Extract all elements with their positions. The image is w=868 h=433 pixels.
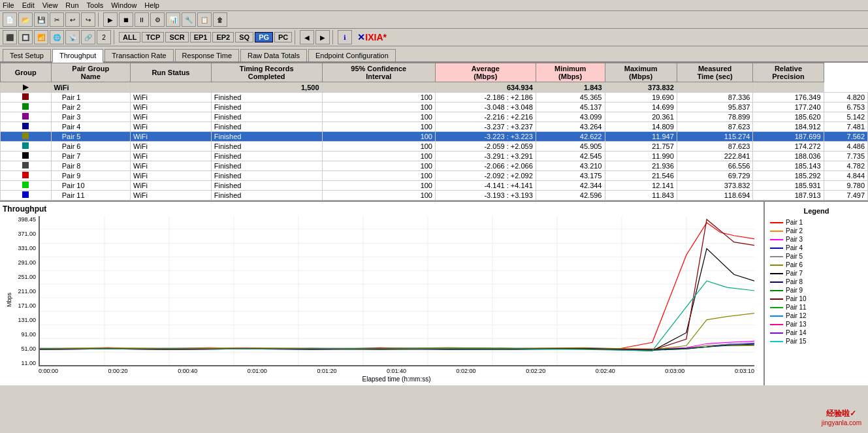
- tb2-4[interactable]: 🌐: [50, 30, 64, 44]
- row-precision: 6.753: [824, 103, 868, 112]
- y-label-9: 51.00: [6, 345, 36, 352]
- redo-btn[interactable]: ↪: [81, 12, 95, 27]
- save-btn[interactable]: 💾: [34, 12, 48, 27]
- legend-color-swatch: [770, 281, 783, 283]
- y-label-10: 11.00: [6, 360, 36, 366]
- menu-view[interactable]: View: [42, 1, 58, 9]
- row-group: WiFi: [131, 181, 212, 191]
- tb9[interactable]: 📋: [197, 12, 212, 27]
- tb8[interactable]: 🔧: [182, 12, 196, 27]
- table-row[interactable]: Pair 2WiFiFinished100-3.048 : +3.04845.1…: [1, 103, 868, 112]
- x-label-0: 0:00:00: [39, 368, 58, 374]
- legend-color-swatch: [770, 315, 783, 317]
- legend-item: Pair 4: [770, 244, 863, 251]
- proto-ep1[interactable]: EP1: [190, 32, 212, 42]
- legend-item: Pair 10: [770, 295, 863, 302]
- tab-response-time[interactable]: Response Time: [175, 49, 239, 61]
- proto-pc[interactable]: PC: [274, 32, 292, 42]
- row-status: Finished: [211, 93, 322, 103]
- proto-tcp[interactable]: TCP: [142, 32, 164, 42]
- tb6[interactable]: ⚙: [150, 12, 165, 27]
- tb4[interactable]: ⏹: [119, 12, 133, 27]
- new-btn[interactable]: 📄: [3, 12, 17, 27]
- tb2-8[interactable]: ◀: [300, 30, 314, 44]
- legend-color-swatch: [770, 298, 783, 300]
- menu-run[interactable]: Run: [65, 1, 78, 9]
- legend-color-swatch: [770, 332, 783, 334]
- tb2-1[interactable]: ⬛: [3, 30, 17, 44]
- proto-all[interactable]: ALL: [119, 32, 140, 42]
- proto-ep2[interactable]: EP2: [212, 32, 234, 42]
- row-icon: [1, 93, 52, 103]
- tb2-6[interactable]: 🔗: [81, 30, 95, 44]
- pair1-line: [40, 223, 754, 349]
- legend-color-swatch: [770, 273, 783, 274]
- table-row[interactable]: Pair 6WiFiFinished100-2.059 : +2.05945.9…: [1, 142, 868, 152]
- row-icon: [1, 132, 52, 142]
- row-precision: 7.562: [824, 132, 868, 142]
- tb3[interactable]: ▶: [103, 12, 118, 27]
- menu-window[interactable]: Window: [111, 1, 137, 9]
- tb5[interactable]: ⏸: [135, 12, 149, 27]
- row-precision: 4.820: [824, 93, 868, 103]
- row-timing: 100: [322, 103, 435, 112]
- wifi-group-header: ▶ WiFi 1,500 634.934 1.843 373.832: [1, 82, 868, 93]
- menu-help[interactable]: Help: [144, 1, 159, 9]
- table-row[interactable]: Pair 10WiFiFinished100-4.141 : +4.14142.…: [1, 181, 868, 191]
- tb10[interactable]: 🗑: [213, 12, 227, 27]
- row-timing: 100: [322, 171, 435, 181]
- row-status: Finished: [211, 171, 322, 181]
- legend-color-swatch: [770, 239, 783, 240]
- row-pair: Pair 6: [51, 142, 131, 152]
- table-row[interactable]: Pair 11WiFiFinished100-3.193 : +3.19342.…: [1, 191, 868, 200]
- proto-scr[interactable]: SCR: [165, 32, 188, 42]
- proto-sq[interactable]: SQ: [235, 32, 253, 42]
- tb2-7[interactable]: 2: [97, 30, 111, 44]
- tab-endpoint-config[interactable]: Endpoint Configuration: [308, 49, 396, 61]
- table-row[interactable]: Pair 4WiFiFinished100-3.237 : +3.23743.2…: [1, 122, 868, 132]
- menu-edit[interactable]: Edit: [22, 1, 35, 9]
- tabs-bar: Test Setup Throughput Transaction Rate R…: [0, 46, 868, 63]
- legend-color-swatch: [770, 256, 783, 257]
- chart-area: Throughput Mbps 398.45 371.00 331.00 291…: [0, 202, 764, 385]
- row-pair: Pair 1: [51, 93, 131, 103]
- tab-throughput[interactable]: Throughput: [52, 49, 103, 63]
- wifi-maximum: 373.832: [605, 82, 677, 93]
- open-btn[interactable]: 📂: [18, 12, 33, 27]
- tb2-5[interactable]: 📡: [65, 30, 80, 44]
- tb7[interactable]: 📊: [166, 12, 180, 27]
- tab-test-setup[interactable]: Test Setup: [3, 49, 51, 61]
- tb2-3[interactable]: 📶: [34, 30, 48, 44]
- x-label-4: 0:01:20: [317, 368, 336, 374]
- row-group: WiFi: [131, 112, 212, 122]
- row-ci: -4.141 : +4.141: [435, 181, 536, 191]
- table-row[interactable]: Pair 8WiFiFinished100-2.066 : +2.06643.2…: [1, 161, 868, 171]
- pair10-line: [40, 219, 754, 350]
- wifi-precision: [753, 82, 824, 93]
- row-measured: 185.292: [753, 171, 824, 181]
- table-row[interactable]: Pair 3WiFiFinished100-2.216 : +2.21643.0…: [1, 112, 868, 122]
- undo-btn[interactable]: ↩: [65, 12, 80, 27]
- tab-raw-data[interactable]: Raw Data Totals: [240, 49, 307, 61]
- legend-panel: Legend Pair 1Pair 2Pair 3Pair 4Pair 5Pai…: [764, 202, 868, 385]
- tb2-9[interactable]: ▶: [315, 30, 330, 44]
- y-axis: 398.45 371.00 331.00 291.00 251.00 211.0…: [6, 216, 36, 366]
- menu-tools[interactable]: Tools: [87, 1, 104, 9]
- col-precision: RelativePrecision: [753, 63, 824, 82]
- menu-file[interactable]: File: [3, 1, 14, 9]
- row-minimum: 11.947: [605, 132, 677, 142]
- row-icon: [1, 112, 52, 122]
- table-row[interactable]: Pair 5WiFiFinished100-3.223 : +3.22342.6…: [1, 132, 868, 142]
- table-row[interactable]: Pair 7WiFiFinished100-3.291 : +3.29142.5…: [1, 152, 868, 161]
- table-row[interactable]: Pair 1WiFiFinished100-2.186 : +2.18645.3…: [1, 93, 868, 103]
- info-btn[interactable]: ℹ: [338, 30, 352, 44]
- legend-items: Pair 1Pair 2Pair 3Pair 4Pair 5Pair 6Pair…: [770, 219, 863, 345]
- table-row[interactable]: Pair 9WiFiFinished100-2.092 : +2.09243.1…: [1, 171, 868, 181]
- row-minimum: 21.936: [605, 161, 677, 171]
- proto-pg[interactable]: PG: [255, 32, 273, 42]
- cut-btn[interactable]: ✂: [50, 12, 64, 27]
- row-ci: -3.048 : +3.048: [435, 103, 536, 112]
- tab-transaction-rate[interactable]: Transaction Rate: [104, 49, 173, 61]
- tb2-2[interactable]: 🔲: [18, 30, 33, 44]
- legend-item: Pair 9: [770, 287, 863, 294]
